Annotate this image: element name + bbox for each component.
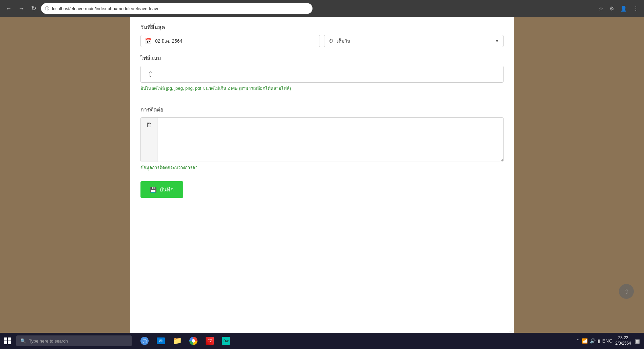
taskbar-apps: ◯ ✉ 📁 FZ Dw [137,333,233,349]
document-icon: 🖹 [146,122,152,129]
save-btn-label: บันทึก [159,185,174,194]
tray-expand-icon[interactable]: ⌃ [576,338,580,344]
date-input-wrapper[interactable]: 📅 02 มี.ค. 2564 [140,35,320,47]
end-date-value: 02 มี.ค. 2564 [155,37,182,45]
end-date-label: วันที่สิ้นสุด [140,23,504,32]
forward-button[interactable]: → [16,4,26,14]
chevron-down-icon: ▼ [495,39,499,43]
taskbar: 🔍 Type here to search ◯ ✉ 📁 FZ Dw ⌃ 📶 🔊 … [0,333,644,349]
taskbar-app-mail[interactable]: ✉ [153,333,168,349]
scroll-up-button[interactable]: ⇧ [619,284,634,299]
time-block[interactable]: 23:22 2/3/2564 [615,335,631,346]
system-tray: ⌃ 📶 🔊 ▮ ENG [576,338,612,344]
contact-textarea[interactable] [158,118,503,162]
file-label: ไฟล์แนบ [140,54,504,62]
back-button[interactable]: ← [3,4,14,14]
taskbar-right: ⌃ 📶 🔊 ▮ ENG 23:22 2/3/2564 ▣ [576,335,644,346]
profile-button[interactable]: 👤 [618,4,629,13]
reload-button[interactable]: ↻ [29,3,38,14]
contact-section: การติดต่อ 🖹 ข้อมูลการติดต่อระหว่างการลา [140,105,504,171]
browser-actions: ☆ ⚙ 👤 ⋮ [596,4,641,13]
taskbar-search[interactable]: 🔍 Type here to search [16,335,132,346]
save-button[interactable]: 💾 บันทึก [140,181,183,198]
clock-display: 23:22 [615,335,631,341]
folder-icon: 📁 [173,336,182,345]
filezilla-icon: FZ [206,337,214,345]
cortana-icon: ◯ [140,337,149,345]
network-icon[interactable]: 📶 [582,338,588,344]
lang-indicator[interactable]: ENG [602,338,612,344]
mail-icon: ✉ [157,337,165,344]
file-section: ไฟล์แนบ ⇧ อัปโหลดไฟล์ jpg, jpeg, png, pd… [140,54,504,92]
taskbar-app-folder[interactable]: 📁 [170,333,185,349]
form-container: วันที่สิ้นสุด 📅 02 มี.ค. 2564 ⏱ เต็มวัน … [130,17,514,333]
upload-button[interactable]: ⇧ [146,69,155,79]
end-date-section: วันที่สิ้นสุด 📅 02 มี.ค. 2564 ⏱ เต็มวัน … [140,23,504,47]
windows-logo [4,337,11,344]
search-placeholder: Type here to search [29,338,68,344]
taskbar-app-cortana[interactable]: ◯ [137,333,152,349]
calendar-icon: 📅 [145,38,152,44]
bookmark-button[interactable]: ☆ [596,4,605,13]
browser-chrome: ← → ↻ ⓘ ☆ ⚙ 👤 ⋮ [0,0,644,17]
extensions-button[interactable]: ⚙ [607,4,616,13]
contact-icon-area: 🖹 [141,118,158,162]
resize-handle[interactable] [509,328,512,331]
time-select-wrapper[interactable]: ⏱ เต็มวัน ▼ [324,35,504,47]
contact-textarea-wrapper: 🖹 [140,117,504,162]
url-input[interactable] [52,6,308,11]
chrome-icon [189,337,197,345]
contact-hint: ข้อมูลการติดต่อระหว่างการลา [140,164,504,171]
search-icon: 🔍 [20,338,26,344]
volume-icon[interactable]: 🔊 [590,338,595,344]
date-row: 📅 02 มี.ค. 2564 ⏱ เต็มวัน ▼ [140,35,504,47]
time-select[interactable]: เต็มวัน [337,38,492,44]
dreamweaver-icon: Dw [222,337,230,345]
address-bar[interactable]: ⓘ [41,3,312,14]
save-icon: 💾 [150,186,157,193]
taskbar-app-chrome[interactable] [186,333,201,349]
start-button[interactable] [0,333,15,349]
file-upload-box[interactable]: ⇧ [140,66,504,83]
page-wrapper: วันที่สิ้นสุด 📅 02 มี.ค. 2564 ⏱ เต็มวัน … [0,17,644,333]
menu-button[interactable]: ⋮ [631,4,641,13]
taskbar-app-filezilla[interactable]: FZ [202,333,217,349]
date-display: 2/3/2564 [615,341,631,346]
taskbar-app-dreamweaver[interactable]: Dw [219,333,233,349]
spacer [140,99,504,105]
notification-button[interactable]: ▣ [634,337,641,344]
contact-label: การติดต่อ [140,105,504,114]
battery-icon[interactable]: ▮ [598,338,600,344]
file-hint: อัปโหลดไฟล์ jpg, jpeg, png, pdf ขนาดไม่เ… [140,85,504,92]
lock-icon: ⓘ [45,6,49,12]
clock-icon: ⏱ [328,38,333,44]
